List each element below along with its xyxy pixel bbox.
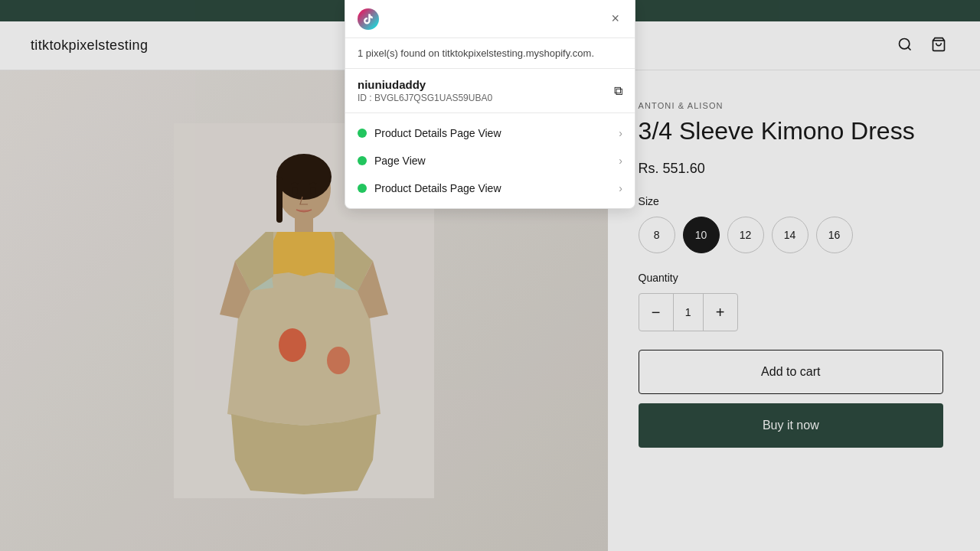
event-arrow-0: › (619, 127, 622, 139)
event-name-1: Page View (374, 155, 426, 167)
event-name-0: Product Details Page View (374, 127, 501, 139)
event-status-dot-1 (358, 156, 367, 165)
popup-header: × (345, 0, 635, 38)
event-item-0[interactable]: Product Details Page View › (345, 119, 635, 147)
pixel-account-id: ID : BVGL6J7QSG1UAS59UBA0 (358, 93, 492, 103)
event-item-2[interactable]: Product Details Page View › (345, 174, 635, 202)
external-link-icon[interactable]: ⧉ (614, 84, 622, 98)
event-status-dot-0 (358, 129, 367, 138)
event-item-1[interactable]: Page View › (345, 147, 635, 174)
popup-events-list: Product Details Page View › Page View › … (345, 113, 635, 208)
popup-close-button[interactable]: × (608, 8, 622, 30)
event-status-dot-2 (358, 184, 367, 193)
pixel-account-info: niuniudaddy ID : BVGL6J7QSG1UAS59UBA0 (358, 78, 492, 103)
tiktok-icon (362, 13, 374, 25)
event-name-2: Product Details Page View (374, 182, 501, 194)
pixel-account-name: niuniudaddy (358, 78, 492, 91)
event-arrow-1: › (619, 155, 622, 167)
tiktok-pixel-popup: × 1 pixel(s) found on titktokpixelstesti… (345, 0, 635, 209)
popup-logo-area (358, 8, 379, 30)
popup-pixel-info: 1 pixel(s) found on titktokpixelstesting… (345, 38, 635, 69)
tiktok-logo (358, 8, 379, 30)
pixel-account-section: niuniudaddy ID : BVGL6J7QSG1UAS59UBA0 ⧉ (345, 69, 635, 113)
event-arrow-2: › (619, 182, 622, 194)
